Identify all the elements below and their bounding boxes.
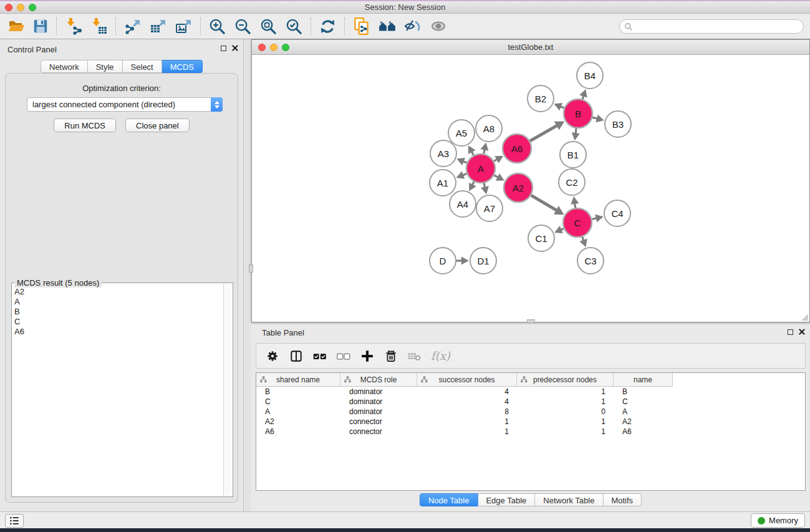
tab-motifs[interactable]: Motifs [603,493,642,506]
column-header-MCDS-role[interactable]: MCDS role [340,373,417,386]
table-cell[interactable]: 1 [517,427,614,436]
result-scrollbar[interactable] [223,284,232,496]
graphics-details-button[interactable] [400,16,425,37]
table-row[interactable]: Bdominator41B [256,387,805,397]
table-cell[interactable]: 1 [417,417,517,426]
splitter-handle-vertical[interactable] [249,264,253,273]
result-item[interactable]: C [14,317,223,327]
minimize-window-button[interactable] [17,4,24,11]
graph-edge[interactable] [471,152,473,155]
graph-edge[interactable] [463,173,467,175]
graph-edge[interactable] [575,203,576,208]
first-neighbors-button[interactable] [374,16,400,37]
export-image-button[interactable] [171,16,196,37]
result-item[interactable]: A2 [14,287,223,297]
column-header-successor-nodes[interactable]: successor nodes [417,373,517,386]
deselect-all-rows-button[interactable] [335,347,352,365]
show-columns-button[interactable] [287,347,305,365]
close-table-panel-icon[interactable] [799,329,805,335]
table-cell[interactable]: A [614,407,673,416]
zoom-out-button[interactable] [230,16,256,37]
zoom-fit-button[interactable] [256,16,281,37]
close-panel-icon[interactable] [232,45,238,51]
refresh-layout-button[interactable] [315,16,340,37]
table-cell[interactable]: 8 [417,407,517,416]
tab-network-table[interactable]: Network Table [535,493,603,506]
export-table-button[interactable] [145,16,171,37]
close-window-button[interactable] [5,4,12,11]
result-item[interactable]: B [14,307,223,317]
column-header-name[interactable]: name [614,373,673,386]
graph-edge[interactable] [576,128,576,133]
network-window-titlebar[interactable]: testGlobe.txt [252,40,809,55]
table-cell[interactable]: 4 [417,387,517,396]
table-settings-button[interactable] [264,347,281,365]
tab-network[interactable]: Network [41,60,88,73]
table-cell[interactable]: A6 [256,427,340,436]
maximize-window-button[interactable] [29,4,36,11]
table-cell[interactable]: 1 [517,417,614,426]
table-row[interactable]: Adominator80A [256,407,805,417]
memory-button[interactable]: Memory [751,513,805,528]
table-cell[interactable]: A2 [256,417,340,426]
search-box[interactable] [619,19,804,34]
table-cell[interactable]: 1 [517,387,614,396]
graph-edge[interactable] [484,183,485,187]
mcds-result-list[interactable]: A2ABCA6 [14,287,223,495]
task-history-button[interactable] [5,514,24,528]
tab-mcds[interactable]: MCDS [162,60,203,73]
open-session-button[interactable] [5,16,29,37]
select-all-rows-button[interactable] [311,347,329,365]
tab-select[interactable]: Select [123,60,162,73]
network-minimize-button[interactable] [270,44,277,51]
create-column-button[interactable] [359,347,376,365]
node-table[interactable]: shared nameMCDS rolesuccessor nodesprede… [256,372,806,491]
import-table-button[interactable] [86,16,112,37]
graph-edge[interactable] [484,149,485,153]
table-cell[interactable]: 1 [517,397,614,406]
network-close-button[interactable] [258,44,266,51]
resize-grip-icon[interactable] [800,312,809,321]
table-cell[interactable]: connector [340,427,417,436]
network-maximize-button[interactable] [282,44,289,51]
table-cell[interactable]: 1 [417,427,517,436]
tab-style[interactable]: Style [88,60,123,73]
graph-edge[interactable] [592,218,596,220]
result-item[interactable]: A [14,297,223,307]
tab-edge-table[interactable]: Edge Table [478,493,535,506]
run-mcds-button[interactable]: Run MCDS [54,118,116,132]
clone-network-button[interactable] [349,16,374,37]
graph-edge[interactable] [531,195,557,210]
column-header-shared-name[interactable]: shared name [256,373,340,386]
splitter-handle-horizontal[interactable] [527,319,535,323]
export-network-button[interactable] [120,16,145,37]
table-cell[interactable]: B [256,387,340,396]
result-item[interactable]: A6 [14,327,223,337]
table-cell[interactable]: connector [340,417,417,426]
delete-column-button[interactable] [382,347,400,365]
table-cell[interactable]: C [614,397,673,406]
graph-edge[interactable] [494,175,498,177]
tab-node-table[interactable]: Node Table [420,493,478,506]
table-cell[interactable]: A6 [614,427,673,436]
graph-edge[interactable] [592,117,597,118]
save-session-button[interactable] [29,16,52,37]
close-panel-button[interactable]: Close panel [125,118,190,132]
float-table-panel-icon[interactable] [788,329,793,335]
table-cell[interactable]: 4 [417,397,517,406]
table-cell[interactable]: B [614,387,673,396]
table-row[interactable]: Cdominator41C [256,397,805,407]
search-input[interactable] [633,22,803,31]
graph-edge[interactable] [530,125,557,141]
table-cell[interactable]: A [256,407,340,416]
table-cell[interactable]: A2 [614,417,673,426]
table-row[interactable]: A2connector11A2 [256,417,805,427]
optimization-criterion-select[interactable]: largest connected component (directed) [27,97,223,112]
network-canvas[interactable]: B4B2BB3A8A5A6A3B1AC2A1A2A4A7C4CC1C3DD1 [252,55,809,322]
column-header-predecessor-nodes[interactable]: predecessor nodes [517,373,614,386]
table-row[interactable]: A6connector11A6 [256,427,805,437]
table-cell[interactable]: dominator [340,387,417,396]
show-hide-button[interactable] [425,16,451,37]
table-cell[interactable]: dominator [340,407,417,416]
table-cell[interactable]: C [256,397,340,406]
